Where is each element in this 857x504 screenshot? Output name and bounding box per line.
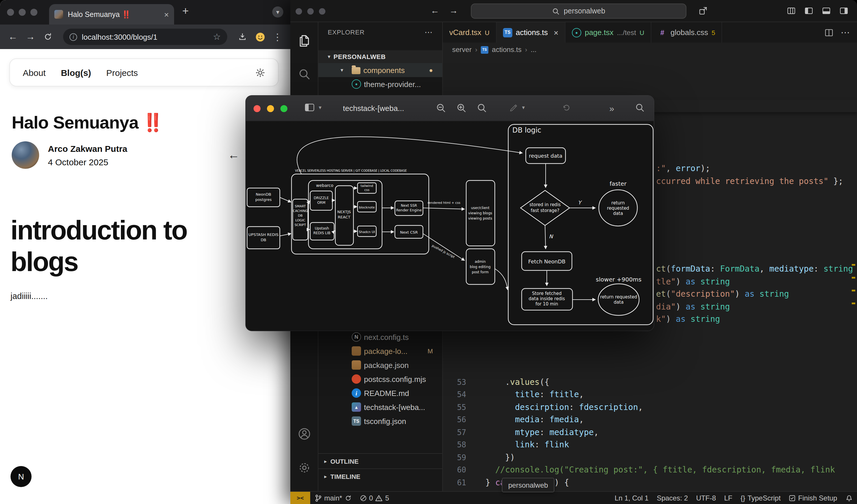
code-line-59[interactable]: 59 })	[443, 451, 857, 464]
svg-text:Store fetched: Store fetched	[532, 291, 561, 296]
indentation[interactable]: Spaces: 2	[653, 492, 692, 504]
close-button[interactable]	[7, 9, 14, 16]
download-button[interactable]	[234, 29, 251, 45]
tree-item-package-lo-[interactable]: package-lo...M	[318, 344, 442, 358]
nav-item-blogs[interactable]: Blog(s)	[61, 67, 91, 78]
go-back-button[interactable]: ←	[431, 5, 439, 15]
toggle-panel-icon[interactable]	[821, 6, 831, 16]
open-remote-window-button[interactable]	[698, 6, 708, 16]
breadcrumb[interactable]: server› actions.ts› ...	[443, 43, 857, 57]
close-tab-icon[interactable]: ×	[554, 28, 558, 37]
diagram-request-label: request data	[529, 153, 562, 159]
code-fragment[interactable]: ccurred while retrieving the posts" };	[656, 175, 857, 187]
code-line-58[interactable]: 58 link: flink	[443, 439, 857, 451]
search-activity-button[interactable]	[297, 67, 312, 81]
editor-tab-vcard-tsx[interactable]: vCard.tsxU	[443, 22, 497, 43]
zoom-in-button[interactable]	[456, 103, 467, 113]
settings-button[interactable]	[297, 461, 312, 475]
tree-item-next-config-ts[interactable]: next.config.ts	[318, 330, 442, 344]
go-forward-button[interactable]: →	[449, 5, 458, 15]
branch-item[interactable]: main*	[310, 492, 355, 504]
tree-item-tsconfig-json[interactable]: tsconfig.json	[318, 414, 442, 428]
outline-section[interactable]: ▸ OUTLINE	[318, 453, 442, 468]
nav-item-about[interactable]: About	[23, 67, 46, 78]
eol[interactable]: LF	[720, 492, 736, 504]
tree-item-theme-provider-[interactable]: theme-provider...	[318, 77, 442, 91]
accounts-button[interactable]	[297, 427, 312, 441]
forward-button[interactable]: →	[22, 29, 38, 45]
code-fragment[interactable]: :", error);	[656, 162, 857, 175]
remote-indicator[interactable]: ><	[290, 492, 310, 504]
code-fragment[interactable]: ct(formData: FormData, mediatype: string	[656, 263, 857, 275]
encoding[interactable]: UTF-8	[692, 492, 720, 504]
more-tools-button[interactable]: »	[609, 103, 613, 113]
code-line-55[interactable]: 55 descirption: fdescription,	[443, 401, 857, 414]
minimize-button[interactable]	[19, 9, 26, 16]
editor-tab-globals-css[interactable]: globals.css5	[651, 22, 722, 43]
command-center[interactable]: personalweb	[471, 3, 686, 19]
back-arrow-link[interactable]: ←	[228, 148, 239, 162]
code-fragment[interactable]: k") as string	[656, 313, 857, 325]
browser-menu-button[interactable]: ⋮	[269, 29, 286, 45]
finish-setup[interactable]: Finish Setup	[785, 492, 841, 504]
zoom-button[interactable]	[281, 105, 287, 112]
editor-tab-page-tsx[interactable]: page.tsx.../testU	[566, 22, 651, 43]
code-fragment[interactable]: tle") as string	[656, 275, 857, 288]
tab-search-button[interactable]: ▼	[272, 6, 283, 18]
post-body: jadiiiii.......	[11, 291, 48, 301]
close-button[interactable]	[296, 8, 302, 15]
workspace-section[interactable]: ▾ PERSONALWEB	[318, 50, 442, 63]
tab-title: Halo Semuanya ‼️	[68, 10, 159, 19]
zoom-out-button[interactable]	[436, 103, 446, 113]
preview-title-bar: ▼ techstack-[weba... ▼ »	[246, 96, 654, 121]
code-line-54[interactable]: 54 title: ftitle,	[443, 388, 857, 401]
problems-item[interactable]: 0 5	[355, 492, 393, 504]
cursor-position[interactable]: Ln 1, Col 1	[610, 492, 653, 504]
editor-tab-actions-ts[interactable]: actions.ts×	[497, 22, 566, 43]
tree-item-readme-md[interactable]: README.md	[318, 386, 442, 400]
markup-button[interactable]: ▼	[509, 103, 526, 113]
profile-button[interactable]	[252, 29, 268, 45]
tree-item-postcss-config-mjs[interactable]: postcss.config.mjs	[318, 372, 442, 386]
language-mode[interactable]: {} TypeScript	[736, 492, 785, 504]
site-info-icon[interactable]: i	[69, 33, 77, 40]
tree-item-package-json[interactable]: package.json	[318, 358, 442, 372]
rotate-button[interactable]	[561, 103, 571, 113]
code-fragment[interactable]: et("description") as string	[656, 288, 857, 301]
code-line-60[interactable]: 60 //console.log("Creating post:", { fti…	[443, 464, 857, 476]
zoom-button[interactable]	[319, 8, 325, 15]
explorer-activity-button[interactable]	[297, 34, 312, 48]
zoom-fit-button[interactable]	[477, 103, 487, 113]
more-actions-icon[interactable]: ⋯	[424, 28, 433, 37]
more-actions-icon[interactable]: ⋯	[841, 27, 850, 38]
code-fragment[interactable]: dia") as string	[656, 301, 857, 313]
minimize-button[interactable]	[267, 105, 274, 112]
bookmark-star-icon[interactable]: ☆	[213, 32, 221, 42]
close-button[interactable]	[254, 105, 261, 112]
browser-tab[interactable]: Halo Semuanya ‼️ ×	[49, 4, 174, 24]
refresh-button[interactable]	[40, 29, 56, 45]
toggle-sidebar-icon[interactable]	[804, 6, 814, 16]
toggle-secondary-sidebar-icon[interactable]	[839, 6, 849, 16]
split-editor-icon[interactable]	[824, 28, 834, 37]
tree-item-components[interactable]: ▾components●	[318, 63, 442, 77]
chevron-right-icon: ▸	[324, 473, 327, 479]
code-line-53[interactable]: 53 .values({	[443, 376, 857, 388]
tree-item-techstack-weba-[interactable]: techstack-[weba...	[318, 400, 442, 414]
timeline-section[interactable]: ▸ TIMELINE	[318, 468, 442, 484]
nav-item-projects[interactable]: Projects	[106, 67, 138, 78]
new-tab-button[interactable]: +	[182, 5, 189, 18]
url-bar[interactable]: i localhost:3000/blogs/1 ☆	[63, 29, 227, 45]
footer-avatar[interactable]: N	[11, 466, 32, 487]
notifications[interactable]	[841, 492, 857, 504]
zoom-button[interactable]	[30, 9, 37, 16]
search-button[interactable]	[635, 103, 645, 113]
code-line-56[interactable]: 56 media: fmedia,	[443, 414, 857, 426]
customize-layout-icon[interactable]	[786, 6, 796, 16]
code-line-57[interactable]: 57 mtype: mediatype,	[443, 426, 857, 439]
back-button[interactable]: ←	[5, 29, 21, 45]
tab-close-icon[interactable]: ×	[164, 10, 169, 18]
minimize-button[interactable]	[307, 8, 314, 15]
theme-toggle-button[interactable]	[255, 67, 265, 78]
toggle-sidebar-button[interactable]: ▼	[304, 103, 322, 112]
